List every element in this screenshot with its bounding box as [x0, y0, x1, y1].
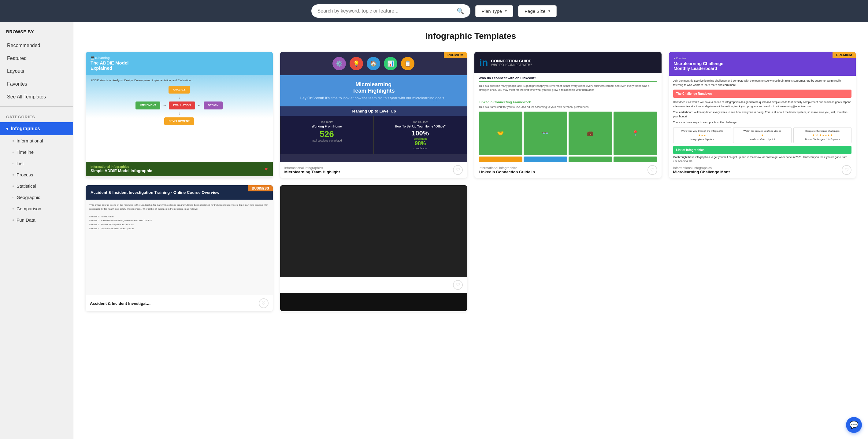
main-layout: BROWSE BY Recommended Featured Layouts F…: [0, 22, 868, 439]
challenge-card-footer: Informational Infographics Microlearning…: [669, 162, 856, 178]
bullet-icon: ○: [12, 162, 14, 165]
template-thumb-addie: 🖥️ e-learning The ADDIE ModelExplained A…: [86, 52, 273, 162]
template-card-linkedin[interactable]: in CONNECTION GUIDE WHO DO I CONNECT WIT…: [474, 52, 661, 178]
chevron-down-icon: ▾: [548, 9, 550, 13]
subcategory-informational[interactable]: ○ Informational: [0, 135, 73, 147]
subcategory-comparison[interactable]: ○ Comparison: [0, 203, 73, 214]
template-thumb-microlearning: ⚙️ 💡 🏠 📊 📋 MicrolearningTeam Highlights …: [280, 52, 467, 162]
subcategory-comparison-label: Comparison: [17, 206, 41, 211]
template-card-addie[interactable]: 🖥️ e-learning The ADDIE ModelExplained A…: [86, 52, 273, 178]
microlearning-card-footer: Informational Infographics Microlearning…: [280, 162, 467, 178]
browse-by-title: BROWSE BY: [0, 22, 73, 39]
favorite-button[interactable]: ♡: [842, 165, 851, 175]
page-size-dropdown[interactable]: Page Size ▾: [518, 5, 557, 17]
plan-type-dropdown[interactable]: Plan Type ▾: [475, 5, 513, 17]
premium-badge: PREMIUM: [444, 52, 467, 58]
subcategory-informational-label: Informational: [17, 138, 43, 144]
favorite-button[interactable]: ♡: [648, 165, 657, 175]
content-area: Infographic Templates 🖥️ e-learning The …: [73, 22, 868, 439]
category-infographics[interactable]: ▾ Infographics: [0, 122, 73, 135]
bullet-icon: ○: [12, 139, 14, 143]
sidebar-item-see-all[interactable]: See All Templates: [0, 91, 73, 103]
subcategory-timeline-label: Timeline: [17, 150, 34, 155]
sidebar-divider: [0, 106, 73, 107]
accident-card-footer: Accident & Incident Investigation Traini…: [86, 295, 273, 311]
subcategory-process-label: Process: [17, 172, 33, 177]
chat-bubble[interactable]: 💬: [846, 417, 862, 433]
subcategory-list[interactable]: ○ List: [0, 158, 73, 169]
plan-type-label: Plan Type: [482, 8, 502, 14]
templates-grid: 🖥️ e-learning The ADDIE ModelExplained A…: [86, 52, 856, 178]
second-row-grid: BUSINESS Accident & Incident Investigati…: [86, 185, 856, 311]
subcategory-fun-data-label: Fun Data: [17, 217, 35, 223]
bullet-icon: ○: [12, 196, 14, 199]
sidebar: BROWSE BY Recommended Featured Layouts F…: [0, 22, 73, 439]
bullet-icon: ○: [12, 207, 14, 210]
page-size-label: Page Size: [525, 8, 545, 14]
bullet-icon: ○: [12, 173, 14, 177]
template-card-accident[interactable]: BUSINESS Accident & Incident Investigati…: [86, 185, 273, 311]
template-card-placeholder-2[interactable]: ♡: [280, 185, 467, 311]
categories-title: CATEGORIES: [0, 110, 73, 122]
chat-icon: 💬: [849, 421, 859, 429]
sidebar-item-layouts[interactable]: Layouts: [0, 65, 73, 77]
subcategory-timeline[interactable]: ○ Timeline: [0, 147, 73, 158]
addie-card-footer: Informational Infographics Simple ADDIE …: [86, 162, 273, 176]
business-badge: BUSINESS: [248, 185, 273, 191]
favorite-button[interactable]: ♡: [259, 299, 269, 308]
page-title: Infographic Templates: [86, 31, 856, 41]
search-wrapper: 🔍: [311, 4, 470, 18]
linkedin-card-footer: Informational Infographics LinkedIn Conn…: [474, 162, 661, 178]
subcategory-geographic-label: Geographic: [17, 195, 40, 200]
subcategory-geographic[interactable]: ○ Geographic: [0, 192, 73, 203]
category-infographics-label: Infographics: [11, 126, 40, 131]
bullet-icon: ○: [12, 184, 14, 188]
sidebar-item-recommended[interactable]: Recommended: [0, 39, 73, 52]
header: 🔍 Plan Type ▾ Page Size ▾: [0, 0, 868, 22]
favorite-icon[interactable]: ♥: [265, 166, 268, 173]
premium-badge: PREMIUM: [833, 52, 856, 58]
subcategory-statistical-label: Statistical: [17, 183, 36, 189]
favorite-button[interactable]: ♡: [453, 280, 463, 290]
chevron-down-icon: ▾: [505, 9, 507, 13]
bullet-icon: ○: [12, 150, 14, 154]
subcategory-list-label: List: [17, 161, 24, 166]
search-input[interactable]: [317, 8, 454, 14]
bullet-icon: ○: [12, 218, 14, 222]
template-thumb-challenge: ● Econivo Microlearning ChallengeMonthly…: [669, 52, 856, 162]
sidebar-item-featured[interactable]: Featured: [0, 52, 73, 65]
subcategory-process[interactable]: ○ Process: [0, 169, 73, 180]
template-card-challenge[interactable]: PREMIUM ● Econivo Microlearning Challeng…: [669, 52, 856, 178]
template-card-microlearning[interactable]: PREMIUM ⚙️ 💡 🏠 📊 📋 MicrolearningTeam Hig…: [280, 52, 467, 178]
template-thumb-linkedin: in CONNECTION GUIDE WHO DO I CONNECT WIT…: [474, 52, 661, 162]
sidebar-item-favorites[interactable]: Favorites: [0, 77, 73, 91]
search-button[interactable]: 🔍: [457, 7, 464, 15]
template-thumb-accident: Accident & Incident Investigation Traini…: [86, 185, 273, 295]
chevron-down-icon: ▾: [6, 126, 8, 131]
subcategory-statistical[interactable]: ○ Statistical: [0, 180, 73, 192]
favorite-button[interactable]: ♡: [453, 165, 463, 175]
subcategory-fun-data[interactable]: ○ Fun Data: [0, 214, 73, 226]
